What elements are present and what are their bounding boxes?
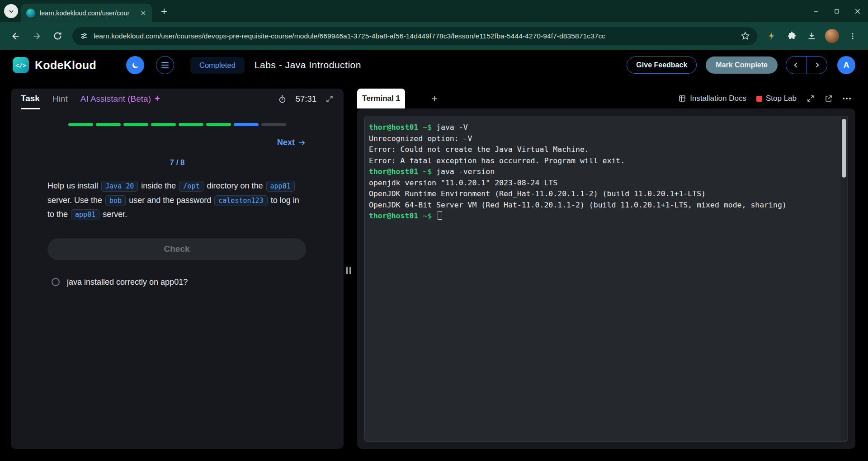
terminal-tab-bar: Terminal 1 Installation Docs Stop Lab: [357, 89, 855, 108]
progress-segment-done: [96, 123, 121, 126]
inline-code: bob: [105, 195, 126, 206]
site-info-icon[interactable]: [80, 32, 88, 40]
site-favicon: [26, 9, 35, 18]
progress-segment-current: [234, 123, 259, 126]
refresh-button[interactable]: [48, 27, 67, 46]
tab-ai-assistant[interactable]: AI Assistant (Beta): [80, 89, 161, 109]
tab-task[interactable]: Task: [21, 89, 40, 109]
app-header: </> KodeKloud Completed Labs - Java Intr…: [0, 50, 868, 80]
sparkle-icon: [154, 95, 161, 103]
forward-icon: [32, 31, 42, 41]
terminal-output: thor@host01 ~$ java -VUnrecognized optio…: [365, 116, 837, 441]
installation-docs-link[interactable]: Installation Docs: [678, 94, 746, 103]
minimize-icon: [812, 8, 820, 15]
terminal-body: thor@host01 ~$ java -VUnrecognized optio…: [357, 108, 855, 449]
scrollbar-thumb[interactable]: [842, 119, 846, 178]
mark-complete-button[interactable]: Mark Complete: [706, 56, 778, 74]
browser-tab[interactable]: learn.kodekloud.com/user/cour: [21, 4, 152, 22]
stop-icon: [756, 96, 762, 102]
extension-bolt-icon[interactable]: [763, 27, 781, 45]
chevron-left-icon: [793, 61, 800, 69]
progress-segment-done: [123, 123, 148, 126]
tab-close-icon[interactable]: [140, 10, 146, 16]
browser-toolbar: learn.kodekloud.com/user/courses/devops-…: [0, 22, 868, 50]
terminal-panel: Terminal 1 Installation Docs Stop Lab: [357, 89, 855, 449]
chevron-right-icon: [813, 61, 821, 69]
terminal-line: Error: A fatal exception has occurred. P…: [369, 155, 837, 167]
next-question-link[interactable]: Next: [277, 138, 306, 147]
chevron-down-icon: [8, 8, 14, 14]
task-description: Help us install Java 20 inside the /opt …: [47, 179, 306, 222]
status-badge: Completed: [190, 57, 245, 74]
bookmark-star-icon[interactable]: [741, 31, 750, 41]
url-text: learn.kodekloud.com/user/courses/devops-…: [94, 32, 735, 40]
browser-menu-button[interactable]: [844, 27, 862, 45]
kodekloud-logo-icon[interactable]: </>: [13, 57, 29, 73]
progress-fraction: 7 / 8: [11, 158, 344, 167]
window-controls: [806, 0, 868, 22]
timer-icon: [278, 95, 287, 103]
page-title: Labs - Java Introduction: [255, 60, 361, 71]
plus-icon: [431, 95, 439, 103]
address-bar[interactable]: learn.kodekloud.com/user/courses/devops-…: [72, 27, 757, 45]
terminal-line: thor@host01 ~$ java -version: [369, 166, 837, 178]
terminal-more-menu[interactable]: [843, 98, 851, 99]
check-item-label: java installed correctly on app01?: [67, 278, 188, 287]
dark-mode-toggle[interactable]: [126, 56, 144, 74]
terminal-line: Error: Could not create the Java Virtual…: [369, 144, 837, 155]
check-status-icon: [52, 278, 60, 286]
close-icon: [854, 8, 861, 15]
downloads-button[interactable]: [802, 27, 821, 45]
close-window-button[interactable]: [847, 0, 868, 22]
new-terminal-button[interactable]: [428, 89, 441, 108]
terminal-line: OpenJDK Runtime Environment (Red_Hat-11.…: [369, 188, 837, 200]
inline-code: app01: [266, 181, 295, 192]
lesson-nav: [786, 56, 827, 74]
terminal-scrollbar[interactable]: [841, 117, 847, 441]
new-tab-button[interactable]: [158, 5, 170, 17]
inline-code: Java 20: [101, 181, 138, 192]
open-in-new-icon[interactable]: [825, 94, 833, 103]
extensions-puzzle-icon[interactable]: [783, 27, 801, 45]
tab-search-button[interactable]: [4, 4, 18, 18]
brand-name: KodeKloud: [35, 59, 96, 72]
kebab-icon: [849, 32, 857, 40]
terminal-screen[interactable]: thor@host01 ~$ java -VUnrecognized optio…: [364, 116, 848, 442]
give-feedback-button[interactable]: Give Feedback: [627, 56, 697, 74]
arrow-right-icon: [298, 139, 306, 147]
maximize-icon: [834, 8, 840, 14]
back-button[interactable]: [6, 27, 25, 46]
stop-lab-button[interactable]: Stop Lab: [756, 94, 797, 103]
expand-terminal-icon[interactable]: [807, 94, 815, 103]
terminal-line: thor@host01 ~$: [369, 211, 837, 222]
terminal-line: thor@host01 ~$ java -V: [369, 122, 837, 133]
next-lesson-button[interactable]: [807, 56, 827, 74]
profile-avatar[interactable]: [825, 29, 839, 43]
task-panel: Task Hint AI Assistant (Beta) 57:31 Next…: [11, 89, 344, 449]
expand-panel-icon[interactable]: [326, 95, 334, 103]
user-avatar[interactable]: A: [837, 56, 855, 74]
docs-icon: [678, 94, 686, 103]
progress-segment-done: [151, 123, 176, 126]
panel-resize-handle[interactable]: [346, 267, 351, 274]
inline-code: caleston123: [214, 195, 267, 206]
progress-steps: [11, 123, 344, 126]
course-menu-button[interactable]: [156, 56, 174, 74]
terminal-tab[interactable]: Terminal 1: [357, 89, 405, 108]
check-item: java installed correctly on app01?: [52, 278, 306, 287]
minimize-button[interactable]: [806, 0, 826, 22]
terminal-line: openjdk version "11.0.20.1" 2023-08-24 L…: [369, 178, 837, 189]
moon-icon: [131, 61, 140, 70]
maximize-button[interactable]: [826, 0, 847, 22]
browser-tab-title: learn.kodekloud.com/user/cour: [40, 9, 136, 17]
check-button[interactable]: Check: [47, 238, 306, 260]
terminal-cursor: [438, 211, 442, 220]
progress-segment-todo: [261, 123, 286, 126]
tab-hint[interactable]: Hint: [52, 89, 68, 109]
forward-button[interactable]: [27, 27, 46, 46]
prev-lesson-button[interactable]: [786, 56, 807, 74]
browser-window: learn.kodekloud.com/user/cour: [0, 0, 868, 461]
progress-segment-done: [206, 123, 231, 126]
task-panel-tabs: Task Hint AI Assistant (Beta) 57:31: [11, 89, 344, 109]
progress-segment-done: [68, 123, 93, 126]
